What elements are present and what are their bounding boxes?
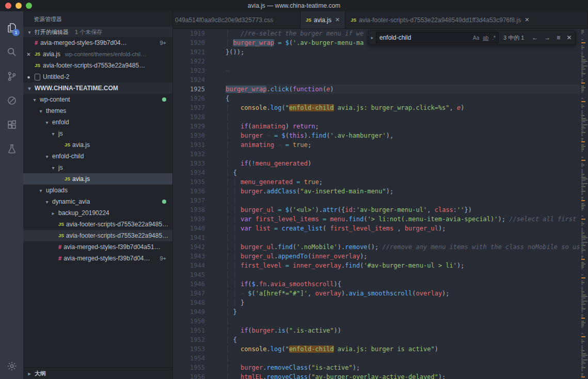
code-line[interactable]: │ │ burger_ul = $('<ul>').attr({id:'av-b…	[226, 205, 580, 215]
activity-extensions-icon[interactable]	[0, 112, 23, 137]
workspace-root-header[interactable]: ▾ WWW.CHINA-TEATIME.COM	[23, 83, 172, 94]
editor-tab[interactable]: JSavia.js✕	[300, 11, 345, 28]
tree-item[interactable]: JSavia-footer-scripts-d7553e22a9485…	[23, 230, 172, 241]
code-line[interactable]: │ │ menu_generated = true;	[226, 177, 580, 187]
code-line[interactable]: │ if(burger.is(".is-active"))	[226, 326, 580, 335]
previous-match-icon[interactable]: ←	[529, 33, 541, 42]
code-line[interactable]: │ console.log("enfold-child avia.js: bur…	[226, 344, 580, 354]
file-icon	[35, 74, 40, 80]
tab-close-icon[interactable]: ✕	[525, 17, 529, 23]
activity-source-control-icon[interactable]	[0, 64, 23, 88]
code-line[interactable]: │ │	[226, 270, 580, 279]
code-line[interactable]: │ {	[226, 168, 580, 177]
code-line[interactable]: │ │ }	[226, 298, 580, 307]
tree-item[interactable]: JSavia-footer-scripts-d7553e22a9485…	[23, 219, 172, 230]
line-number: 1928	[173, 112, 205, 122]
code-line[interactable]: │ │ → $('a[href*="#"]', overlay).avia_sm…	[226, 289, 580, 298]
line-number: 1924	[173, 75, 205, 85]
code-editor[interactable]: 1919192019211922192319241925192619271928…	[173, 29, 588, 379]
toggle-replace-icon[interactable]: ▸	[369, 31, 376, 44]
code-line[interactable]: │ if(animating) return;	[226, 122, 580, 131]
open-editor-item[interactable]: #avia-merged-styles-f39b7d04…9+	[23, 37, 172, 48]
activity-test-icon[interactable]	[0, 137, 23, 161]
code-line[interactable]: │ │ burger.addClass("av-inserted-main-me…	[226, 187, 580, 196]
code-line[interactable]: burger_wrap.click(function(e)	[226, 85, 580, 94]
close-find-icon[interactable]: ✕	[563, 33, 575, 42]
code-line[interactable]: │ burger → = $(this).find('.av-hamburger…	[226, 131, 580, 140]
line-number: 1951	[173, 326, 205, 335]
activity-debug-icon[interactable]	[0, 88, 23, 112]
code-line[interactable]: │ htmlEL.removeClass("av-burger-overlay-…	[226, 372, 580, 379]
code-line[interactable]: │ │ var first_level_items = menu.find('>…	[226, 215, 580, 224]
close-icon[interactable]: ✕	[25, 52, 32, 57]
tree-item[interactable]: ▸backup_20190224	[23, 207, 172, 219]
code-line[interactable]: │ console.log("enfold-child avia.js: bur…	[226, 103, 580, 112]
tree-item[interactable]: JSavia.js	[23, 173, 172, 185]
editor-tab[interactable]: 049a514f0aa9c8c20e9d325773.css	[173, 11, 300, 28]
zoom-window-button[interactable]	[26, 3, 32, 9]
tree-item[interactable]: ▾js	[23, 162, 172, 173]
code-line[interactable]: │ │ burger_ul.appendTo(inner_overlay);	[226, 252, 580, 261]
line-number: 1945	[173, 270, 205, 279]
open-editor-item[interactable]: JSavia-footer-scripts-d7553e22a9485…	[23, 60, 172, 71]
tree-item[interactable]: ▾wp-content	[23, 94, 172, 105]
tree-item[interactable]: ▾js	[23, 128, 172, 139]
code-line[interactable]: │ }	[226, 307, 580, 317]
find-input[interactable]	[379, 34, 471, 41]
code-line[interactable]: │ if(!menu_generated)	[226, 159, 580, 168]
find-in-selection-icon[interactable]: ≡	[553, 33, 563, 42]
editor-tab[interactable]: JSavia-footer-scripts-d7553e22a948549dd1…	[345, 11, 588, 28]
next-match-icon[interactable]: →	[541, 33, 553, 42]
code-line[interactable]: │ │ var list = create_list( first_level_…	[226, 224, 580, 233]
code-line[interactable]: │ │ first_level = inner_overlay.find('#a…	[226, 261, 580, 270]
code-line[interactable]: │	[226, 354, 580, 363]
code-line[interactable]: →	[226, 66, 580, 75]
code-line[interactable]	[226, 75, 580, 85]
minimize-window-button[interactable]	[15, 3, 22, 9]
js-file-icon: JS	[65, 142, 70, 147]
code-line[interactable]: │	[226, 150, 580, 159]
tree-item[interactable]: JSavia.js	[23, 139, 172, 151]
code-line[interactable]: │ │	[226, 196, 580, 205]
code-line[interactable]: }());	[226, 47, 580, 57]
tree-item[interactable]: ▾dynamic_avia	[23, 196, 172, 207]
tree-item[interactable]: ▾uploads	[23, 185, 172, 196]
minimap[interactable]	[580, 29, 588, 379]
code-line[interactable]: {	[226, 94, 580, 103]
code-line[interactable]: │	[226, 317, 580, 326]
close-window-button[interactable]	[5, 3, 11, 9]
code-line[interactable]: │ │ burger_ul.find('.noMobile').remove()…	[226, 242, 580, 252]
tree-item[interactable]: ▾themes	[23, 105, 172, 117]
chevron-down-icon: ▾	[26, 29, 33, 35]
activity-settings-icon[interactable]	[0, 354, 23, 378]
code-lines[interactable]: │ //re-select the burger menu if we a│ b…	[205, 29, 580, 379]
line-number: 1934	[173, 168, 205, 177]
line-number: 1944	[173, 261, 205, 270]
file-label: themes	[46, 107, 66, 114]
file-label: backup_20190224	[58, 209, 109, 217]
activity-explorer-icon[interactable]: 1	[0, 15, 23, 40]
open-editors-header[interactable]: ▾ 打开的编辑器 1 个未保存	[23, 27, 172, 37]
tab-close-icon[interactable]: ✕	[335, 17, 340, 23]
code-line[interactable]: │ burger.removeClass("is-active");	[226, 363, 580, 372]
whole-word-icon[interactable]: ab	[481, 34, 490, 42]
code-line[interactable]: │ │	[226, 233, 580, 242]
code-line[interactable]	[226, 57, 580, 66]
code-line[interactable]: │ {	[226, 335, 580, 344]
regex-icon[interactable]: .*	[490, 34, 497, 42]
tree-item[interactable]: #avia-merged-styles-f39b7d04…9+	[23, 253, 172, 264]
match-case-icon[interactable]: Aa	[471, 34, 481, 42]
code-line[interactable]: │ animating → = true;	[226, 140, 580, 150]
open-editor-item[interactable]: ●Untitled-2	[23, 71, 172, 83]
open-editor-item[interactable]: ✕JSavia.jswp-content/themes/enfold-chil…	[23, 48, 172, 60]
tree-item[interactable]: ▾enfold-child	[23, 151, 172, 162]
tree-item[interactable]: #avia-merged-styles-f39b7d04a51…	[23, 241, 172, 253]
js-file-icon: JS	[58, 222, 64, 227]
tree-item[interactable]: ▾enfold	[23, 117, 172, 128]
code-line[interactable]: │	[226, 112, 580, 122]
activity-search-icon[interactable]	[0, 40, 23, 64]
code-line[interactable]: │ │ if($.fn.avia_smoothscroll){	[226, 279, 580, 289]
outline-header[interactable]: ▸ 大纲	[23, 367, 172, 379]
open-editors-list: #avia-merged-styles-f39b7d04…9+✕JSavia.j…	[23, 37, 172, 83]
dirty-dot: ●	[25, 74, 32, 80]
